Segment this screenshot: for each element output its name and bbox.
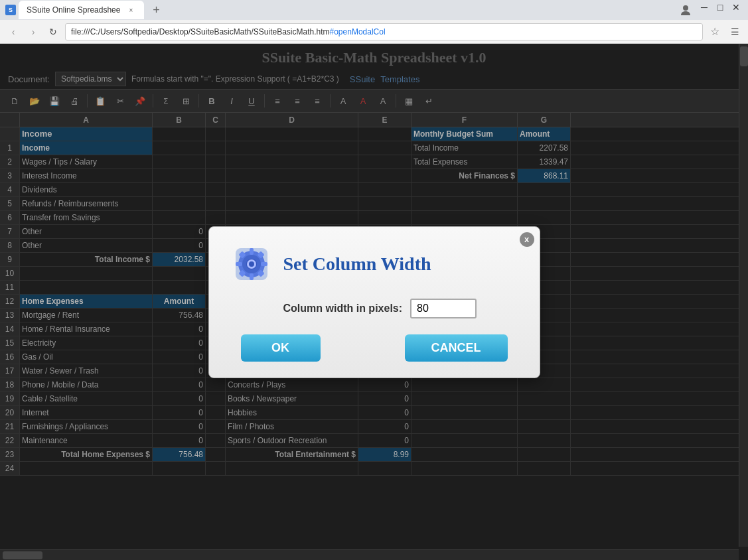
browser-frame: S SSuite Online Spreadshee × + ─ □ ✕ ‹ ›… [0, 0, 748, 560]
refresh-button[interactable]: ↻ [45, 24, 61, 40]
content-area: SSuite Basic-Math Spreadsheet v1.0 Docum… [0, 44, 748, 560]
forward-button[interactable]: › [25, 24, 41, 40]
browser-tab[interactable]: SSuite Online Spreadshee × [19, 1, 144, 19]
title-bar: S SSuite Online Spreadshee × + ─ □ ✕ [0, 0, 748, 20]
title-bar-left: S SSuite Online Spreadshee × + [5, 1, 165, 19]
modal-body: Column width in pixels: [230, 299, 518, 318]
back-button[interactable]: ‹ [5, 24, 21, 40]
new-tab-button[interactable]: + [147, 1, 165, 19]
bookmark-button[interactable]: ☆ [707, 24, 723, 40]
maximize-button[interactable]: □ [713, 1, 727, 14]
tab-title: SSuite Online Spreadshee [27, 5, 120, 15]
modal-close-button[interactable]: x [520, 232, 534, 247]
column-width-input[interactable] [410, 299, 477, 318]
modal-overlay: x [0, 44, 748, 560]
nav-bar: ‹ › ↻ file:///C:/Users/Softpedia/Desktop… [0, 20, 748, 44]
url-prefix: file:///C:/Users/Softpedia/Desktop/SSuit… [71, 27, 330, 36]
svg-point-0 [683, 5, 688, 11]
cancel-button[interactable]: CANCEL [405, 334, 508, 362]
modal-buttons: OK CANCEL [230, 334, 518, 362]
modal-label: Column width in pixels: [283, 303, 403, 315]
close-button[interactable]: ✕ [729, 1, 743, 14]
svg-rect-5 [250, 248, 254, 255]
favicon-icon: S [5, 5, 16, 15]
set-column-width-modal: x [208, 226, 540, 378]
user-icon[interactable] [676, 1, 695, 19]
gear-icon [230, 243, 273, 285]
window-controls: ─ □ ✕ [676, 1, 743, 19]
modal-header: Set Column Width [230, 243, 518, 285]
svg-rect-8 [261, 262, 267, 266]
tab-close-button[interactable]: × [125, 5, 136, 15]
minimize-button[interactable]: ─ [698, 1, 711, 14]
svg-rect-6 [250, 273, 254, 280]
modal-title: Set Column Width [283, 253, 431, 275]
address-bar[interactable]: file:///C:/Users/Softpedia/Desktop/SSuit… [65, 23, 703, 40]
url-anchor: #openModalCol [330, 27, 386, 36]
menu-button[interactable]: ☰ [727, 24, 743, 40]
svg-rect-7 [236, 262, 242, 266]
svg-point-14 [249, 261, 254, 267]
ok-button[interactable]: OK [241, 334, 321, 362]
